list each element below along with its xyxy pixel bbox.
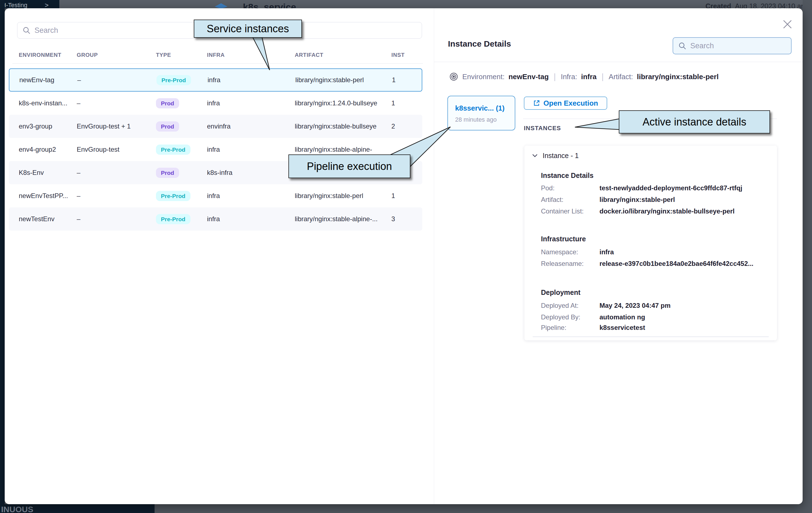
detail-value: test-newlyadded-deployment-6cc9ffdc87-rt… bbox=[600, 184, 742, 192]
detail-value: release-e397c0b1bee184a0e2bae64f6fe42cc4… bbox=[600, 260, 753, 268]
cell-group: – bbox=[77, 99, 80, 107]
detail-value: k8sservicetest bbox=[600, 324, 645, 332]
type-badge: Pre-Prod bbox=[156, 145, 191, 155]
panel-title: Instance Details bbox=[448, 39, 511, 49]
app-header-strip: k8s_service Created Aug 18, 2023 04:10 a… bbox=[0, 0, 812, 8]
instance-search[interactable] bbox=[673, 37, 791, 54]
type-badge: Pre-Prod bbox=[156, 75, 191, 85]
detail-row: Pipeline:k8sservicetest bbox=[541, 324, 567, 332]
cell-group: – bbox=[77, 169, 80, 177]
detail-label: Container List: bbox=[541, 207, 584, 215]
close-icon[interactable] bbox=[781, 18, 793, 30]
external-link-icon bbox=[533, 99, 540, 107]
detail-row: Releasename:release-e397c0b1bee184a0e2ba… bbox=[541, 260, 584, 268]
sidebar-bottom-fragment: INUOUS bbox=[0, 504, 154, 513]
cell-group: EnvGroup-test + 1 bbox=[77, 122, 130, 130]
col-infra: INFRA bbox=[207, 52, 225, 58]
detail-value: May 24, 2023 04:47 pm bbox=[600, 302, 671, 309]
detail-value: automation ng bbox=[600, 313, 645, 321]
cell-inst: 2 bbox=[392, 122, 395, 130]
detail-row: Artifact:library/nginx:stable-perl bbox=[541, 196, 563, 204]
detail-label: Artifact: bbox=[541, 196, 563, 203]
cell-inst: 3 bbox=[392, 215, 395, 223]
cell-environment: env4-group2 bbox=[19, 146, 56, 153]
detail-row: Namespace:infra bbox=[541, 248, 578, 256]
type-badge: Prod bbox=[156, 121, 179, 131]
instance-title: Instance - 1 bbox=[543, 152, 579, 160]
cell-infra: envinfra bbox=[207, 122, 230, 130]
table-row[interactable]: newTestEnv – Pre-Prod infra library/ngin… bbox=[9, 207, 422, 231]
section-heading: Deployment bbox=[541, 289, 580, 297]
type-badge: Pre-Prod bbox=[156, 214, 191, 224]
detail-label: Namespace: bbox=[541, 248, 578, 256]
cell-environment: env3-group bbox=[19, 122, 52, 130]
cell-group: – bbox=[77, 215, 80, 223]
detail-label: Pod: bbox=[541, 184, 554, 192]
detail-row: Deployed By:automation ng bbox=[541, 313, 580, 321]
cell-infra: infra bbox=[208, 76, 221, 84]
col-group: GROUP bbox=[77, 52, 98, 58]
open-execution-button[interactable]: Open Execution bbox=[524, 96, 607, 110]
service-instances-modal: ENVIRONMENT GROUP TYPE INFRA ARTIFACT IN… bbox=[5, 8, 803, 504]
detail-value: infra bbox=[600, 248, 614, 256]
cell-inst: 1 bbox=[392, 76, 396, 84]
search-icon bbox=[678, 42, 687, 50]
cell-inst: 1 bbox=[392, 192, 395, 200]
cell-infra: infra bbox=[207, 215, 220, 223]
title-divider bbox=[434, 62, 803, 62]
separator: | bbox=[553, 72, 557, 81]
cell-infra: infra bbox=[207, 146, 220, 153]
type-badge: Prod bbox=[156, 168, 179, 178]
cell-artifact: library/nginx:1.24.0-bullseye bbox=[295, 99, 377, 107]
detail-row: Container List:docker.io/library/nginx:s… bbox=[541, 207, 584, 215]
cell-group: – bbox=[77, 192, 80, 200]
col-inst: INST bbox=[392, 52, 405, 58]
col-artifact: ARTIFACT bbox=[295, 52, 323, 58]
service-title: k8s_service bbox=[243, 2, 296, 8]
cell-environment: newEnvTestPP... bbox=[19, 192, 68, 200]
detail-label: Deployed By: bbox=[541, 313, 580, 321]
cell-artifact: library/nginx:stable-perl bbox=[295, 192, 363, 200]
col-environment: ENVIRONMENT bbox=[19, 52, 61, 58]
table-header: ENVIRONMENT GROUP TYPE INFRA ARTIFACT IN… bbox=[5, 52, 434, 60]
cell-infra: infra bbox=[207, 99, 220, 107]
execution-time: 28 minutes ago bbox=[455, 116, 496, 123]
cell-environment: K8s-Env bbox=[19, 169, 44, 177]
card-bottom-divider bbox=[533, 336, 768, 337]
sidebar-sliver bbox=[0, 0, 5, 513]
sidebar-top-fragment: H-Testing > bbox=[0, 0, 59, 8]
detail-label: Pipeline: bbox=[541, 324, 567, 331]
detail-value: library/nginx:stable-perl bbox=[600, 196, 675, 204]
instance-accordion-toggle[interactable]: Instance - 1 bbox=[531, 150, 579, 161]
table-header-divider bbox=[12, 63, 423, 64]
section-heading: Instance Details bbox=[541, 172, 593, 180]
annotation-active-instance-details: Active instance details bbox=[619, 110, 770, 133]
search-input[interactable] bbox=[690, 42, 788, 50]
chevron-down-icon bbox=[531, 153, 538, 158]
cell-group: – bbox=[77, 76, 81, 84]
cell-artifact: library/nginx:stable-bullseye bbox=[295, 122, 376, 130]
execution-card[interactable]: k8sservic... (1) 28 minutes ago bbox=[447, 96, 515, 130]
infra-label: Infra: bbox=[561, 72, 577, 81]
environment-label: Environment: bbox=[462, 72, 504, 81]
type-badge: Prod bbox=[156, 98, 179, 109]
detail-label: Releasename: bbox=[541, 260, 584, 267]
created-value: Aug 18, 2023 04:10 am bbox=[735, 2, 807, 8]
separator: | bbox=[601, 72, 605, 81]
search-icon bbox=[22, 26, 31, 34]
type-badge: Pre-Prod bbox=[156, 191, 191, 201]
table-row[interactable]: k8s-env-instan... – Prod infra library/n… bbox=[9, 92, 422, 115]
service-cube-icon bbox=[213, 3, 229, 8]
created-timestamp: Created Aug 18, 2023 04:10 am bbox=[705, 2, 807, 8]
cell-artifact: library/nginx:stable-alpine- bbox=[295, 146, 372, 153]
artifact-value: library/nginx:stable-perl bbox=[637, 72, 719, 81]
table-row[interactable]: env3-group EnvGroup-test + 1 Prod envinf… bbox=[9, 115, 422, 138]
table-row-selected[interactable]: newEnv-tag – Pre-Prod infra library/ngin… bbox=[9, 68, 422, 92]
cell-artifact: library/nginx:stable-perl bbox=[295, 76, 364, 84]
table-row[interactable]: newEnvTestPP... – Pre-Prod infra library… bbox=[9, 184, 422, 207]
cell-infra: k8s-infra bbox=[207, 169, 232, 177]
col-type: TYPE bbox=[156, 52, 171, 58]
cell-environment: newTestEnv bbox=[19, 215, 54, 223]
annotation-service-instances: Service instances bbox=[194, 20, 302, 38]
cell-infra: infra bbox=[207, 192, 220, 200]
